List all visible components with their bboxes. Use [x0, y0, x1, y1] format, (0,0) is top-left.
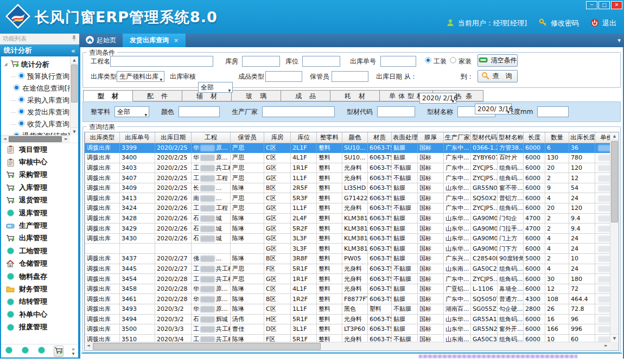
sidebar-item-物料盘存[interactable]: 物料盘存 — [1, 270, 78, 283]
table-row[interactable]: 调拨出库34452020/2/27工共工程严思F区5R1F整料光身料6063-T… — [85, 264, 610, 274]
maximize-button[interactable]: □ — [598, 1, 610, 9]
table-row[interactable]: 调拨出库34612020/2/28华原...陈琳B区1R2F整料F8877FT6… — [85, 294, 610, 304]
change-password-button[interactable]: 修改密码 — [538, 18, 579, 29]
table-row[interactable]: 调拨出库34072020/2/25工工程严思G区1L1F整料光身料6063-T5… — [85, 173, 610, 183]
sidebar-item-项目管理[interactable]: 项目管理 — [1, 143, 78, 156]
minimize-button[interactable]: ─ — [586, 1, 597, 9]
column-header-库房[interactable]: 库房 — [264, 132, 291, 143]
whole-part-select[interactable]: 全部 — [114, 106, 149, 117]
clear-conditions-button[interactable]: 清空条件 — [477, 54, 518, 67]
manufacturer-input[interactable] — [262, 106, 335, 117]
table-row[interactable]: 调拨出库34002020/2/25华原...严思C区4L1F整料SU10...6… — [85, 153, 610, 163]
material-tab-配件[interactable]: 配件 — [133, 90, 182, 101]
keeper-input[interactable] — [332, 71, 368, 82]
column-header-表面处理[interactable]: 表面处理 — [392, 132, 418, 143]
sidebar-item-采购管理[interactable]: 采购管理 — [1, 169, 78, 181]
sidebar-item-入库管理[interactable]: 入库管理 — [1, 181, 78, 194]
column-header-出库长度[interactable]: 出库长度 — [569, 132, 595, 143]
table-row[interactable]: 调拨出库33992020/2/25华原...严思C区2L1F整料SU10...6… — [85, 143, 610, 153]
scroll-right-icon[interactable]: ► — [602, 342, 610, 349]
sidebar-item-出库管理[interactable]: 出库管理 — [1, 232, 78, 245]
sidebar-item-仓储管理[interactable]: 仓储管理 — [1, 258, 78, 270]
tree-item[interactable]: 采购入库查询 — [3, 94, 70, 106]
date-to-select[interactable]: 2020/ 3/16 — [475, 104, 512, 114]
table-row[interactable]: G区3L3F整料KLM38176063-T5贴膜国标山东华...GA90M09.… — [85, 244, 610, 254]
radio-gongzhuang[interactable]: 工装 — [425, 56, 447, 67]
grid-horizontal-scrollbar[interactable]: ◄ ► — [85, 342, 610, 350]
column-header-保管员[interactable]: 保管员 — [231, 132, 264, 143]
column-header-生产厂家[interactable]: 生产厂家 — [444, 132, 471, 143]
column-header-型材代码[interactable]: 型材代码 — [471, 132, 498, 143]
tree-root-stats[interactable]: 统计分析 — [3, 58, 70, 71]
table-row[interactable]: 调拨出库34132020/2/26南...严思C区5R3F整料G71422606… — [85, 193, 610, 203]
scroll-up-icon[interactable]: ▲ — [71, 56, 78, 64]
sidebar-item-结转管理[interactable]: 结转管理 — [1, 296, 78, 308]
dot-icon[interactable] — [21, 346, 29, 356]
tree-item[interactable]: 在途信息查询[待 — [3, 82, 70, 94]
scroll-thumb[interactable] — [93, 343, 321, 350]
column-header-工程[interactable]: 工程 — [192, 132, 231, 143]
column-header-出库单号[interactable]: 出库单号 — [120, 132, 155, 143]
logout-button[interactable]: 退出 — [590, 18, 616, 29]
table-row[interactable]: 调拨出库34242020/2/26工工程严思G区1L1F整料光身料6063-T5… — [85, 203, 610, 214]
color-input[interactable] — [179, 106, 220, 117]
sidebar-item-工地管理[interactable]: 工地管理 — [1, 245, 78, 257]
expander-icon[interactable] — [3, 60, 8, 68]
product-type-input[interactable] — [265, 71, 302, 82]
scroll-thumb[interactable] — [9, 136, 62, 142]
section-header-stats[interactable]: 统计分析 « — [0, 44, 79, 56]
more-menus-button[interactable]: » ▼ — [72, 347, 75, 355]
sidebar-item-审核中心[interactable]: 审核中心 — [1, 156, 78, 168]
order-no-input[interactable] — [380, 56, 416, 67]
tree-vertical-scrollbar[interactable]: ▲ ▼ — [70, 56, 78, 135]
column-header-单价[interactable]: 单价 — [595, 132, 610, 143]
table-row[interactable]: 调拨出库35002020/3/3工共工程曹佳D区3L1F整料LT3P606063… — [85, 324, 610, 335]
date-from-select[interactable]: 2020/ 2/16 — [419, 93, 456, 104]
column-header-型材名称[interactable]: 型材名称 — [498, 132, 524, 143]
column-header-整零料[interactable]: 整零料 — [317, 132, 342, 143]
dot-icon[interactable] — [5, 346, 13, 356]
sidebar-item-补单中心[interactable]: 补单中心 — [1, 308, 78, 321]
project-name-input[interactable] — [110, 56, 213, 67]
collapse-icon[interactable]: « — [71, 47, 75, 55]
column-header-颜色[interactable]: 颜色 — [342, 132, 368, 143]
pin-icon[interactable] — [72, 35, 77, 43]
cart-tool-button[interactable] — [54, 346, 63, 357]
warehouse-input[interactable] — [242, 56, 280, 67]
table-row[interactable]: 调拨出库34932020/3/2华原...陈琳C区1L1F整料黑色塑料不贴膜国标… — [85, 304, 610, 315]
sidebar-item-退货管理[interactable]: 退货管理 — [1, 194, 78, 207]
grid-vertical-scrollbar[interactable]: ▲ ▼ — [610, 132, 619, 342]
tab-shipment-outbound-query[interactable]: 发货出库查询 × — [123, 34, 186, 47]
tree-item[interactable]: 退货查询[待定] — [3, 130, 70, 135]
table-row[interactable]: 调拨出库34582020/2/28华原...陈琳C区4L1F整料光身料6063-… — [85, 284, 610, 294]
table-row[interactable]: 调拨出库34302020/2/26石城陈琳G区3L3F整料KLM38176063… — [85, 233, 610, 244]
column-header-出库类型[interactable]: 出库类型 — [85, 132, 120, 143]
table-row[interactable]: 调拨出库34282020/2/26石城陈琳G区2L4F整料KLM38176063… — [85, 213, 610, 223]
scroll-left-icon[interactable]: ◄ — [85, 342, 92, 349]
sidebar-item-退库管理[interactable]: 退库管理 — [1, 207, 78, 219]
scroll-left-icon[interactable]: ◄ — [1, 136, 9, 143]
tree-item[interactable]: 预算执行查询 — [3, 71, 70, 82]
tree-item[interactable]: 收货入库查询 — [3, 118, 70, 130]
column-header-数量[interactable]: 数量 — [545, 132, 569, 143]
table-row[interactable]: 调拨出库34292020/2/26石城陈琳G区5R2F整料KLM38176063… — [85, 223, 610, 234]
audit-select[interactable]: 全部 — [198, 82, 233, 93]
sidebar-item-生产管理[interactable]: 生产管理 — [1, 219, 78, 232]
scroll-thumb[interactable] — [71, 65, 78, 103]
scroll-up-icon[interactable]: ▲ — [610, 132, 619, 140]
radio-jiazhuang[interactable]: 家装 — [450, 56, 472, 67]
column-header-出库日期[interactable]: 出库日期 — [155, 132, 192, 143]
material-tab-耗材[interactable]: 耗材 — [330, 90, 380, 101]
close-button[interactable]: ✕ — [611, 1, 622, 9]
column-header-库位[interactable]: 库位 — [291, 132, 317, 143]
location-input[interactable] — [302, 56, 340, 67]
sidebar-item-财务管理[interactable]: 财务管理 — [1, 283, 78, 295]
material-tab-型材[interactable]: 型材 — [83, 90, 133, 101]
table-row[interactable]: 调拨出库34032020/2/25工共工程严思G区1R1F整料光身料6063-T… — [85, 163, 610, 173]
tree-item[interactable]: 发货出库查询 — [3, 106, 70, 118]
column-header-长度[interactable]: 长度 — [524, 132, 545, 143]
scroll-right-icon[interactable]: ► — [62, 136, 70, 143]
tab-close-icon[interactable]: × — [174, 37, 179, 44]
profile-code-input[interactable] — [377, 106, 415, 117]
scroll-down-icon[interactable]: ▼ — [71, 127, 78, 135]
